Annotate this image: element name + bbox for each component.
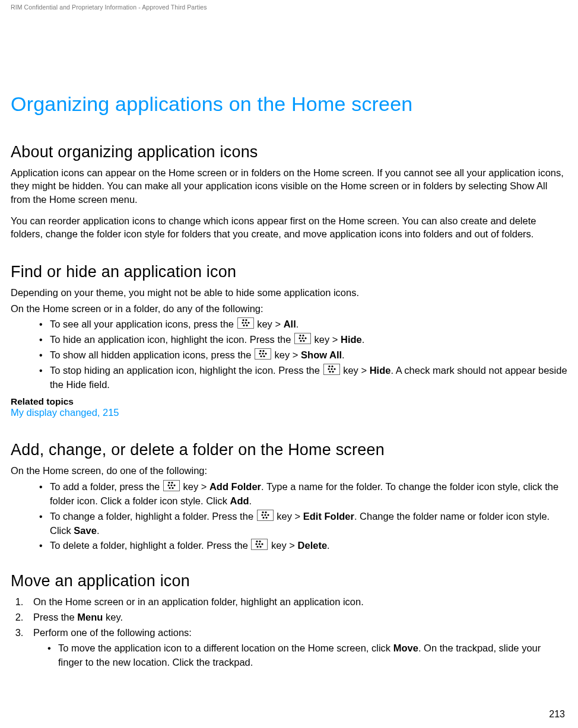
confidential-header: RIM Confidential and Proprietary Informa…	[11, 4, 567, 11]
move-step-2: Press the Menu key.	[26, 611, 567, 625]
related-link-display-changed[interactable]: My display changed, 215	[11, 407, 567, 418]
page-title: Organizing applications on the Home scre…	[11, 93, 567, 116]
about-paragraph-2: You can reorder application icons to cha…	[11, 214, 567, 241]
blackberry-key-icon	[323, 364, 340, 375]
blackberry-key-icon	[251, 539, 268, 550]
page-number: 213	[549, 709, 565, 720]
folder-item-delete: To delete a folder, highlight a folder. …	[39, 539, 567, 553]
section-heading-find: Find or hide an application icon	[11, 263, 567, 281]
move-step-3: Perform one of the following actions: To…	[26, 626, 567, 670]
move-step-1: On the Home screen or in an application …	[26, 595, 567, 609]
move-steps: On the Home screen or in an application …	[11, 595, 567, 670]
blackberry-key-icon	[294, 333, 311, 344]
about-paragraph-1: Application icons can appear on the Home…	[11, 166, 567, 206]
find-intro: On the Home screen or in a folder, do an…	[11, 302, 567, 315]
move-sub-item-1: To move the application icon to a differ…	[47, 641, 567, 670]
move-sub-list: To move the application icon to a differ…	[33, 641, 567, 670]
find-item-2: To hide an application icon, highlight t…	[39, 333, 567, 347]
section-heading-about: About organizing application icons	[11, 143, 567, 161]
blackberry-key-icon	[255, 348, 271, 360]
related-topics-label: Related topics	[11, 396, 567, 407]
blackberry-key-icon	[163, 480, 180, 491]
find-list: To see all your application icons, press…	[11, 317, 567, 392]
find-item-3: To show all hidden application icons, pr…	[39, 348, 567, 363]
blackberry-key-icon	[237, 317, 254, 329]
folder-intro: On the Home screen, do one of the follow…	[11, 464, 567, 477]
section-heading-folder: Add, change, or delete a folder on the H…	[11, 441, 567, 459]
folder-item-add: To add a folder, press the key > Add Fol…	[39, 480, 567, 508]
section-heading-move: Move an application icon	[11, 572, 567, 590]
find-item-4: To stop hiding an application icon, high…	[39, 364, 567, 392]
find-item-1: To see all your application icons, press…	[39, 317, 567, 332]
find-lead: Depending on your theme, you might not b…	[11, 286, 567, 299]
blackberry-key-icon	[257, 510, 274, 521]
folder-item-change: To change a folder, highlight a folder. …	[39, 510, 567, 538]
folder-list: To add a folder, press the key > Add Fol…	[11, 480, 567, 554]
